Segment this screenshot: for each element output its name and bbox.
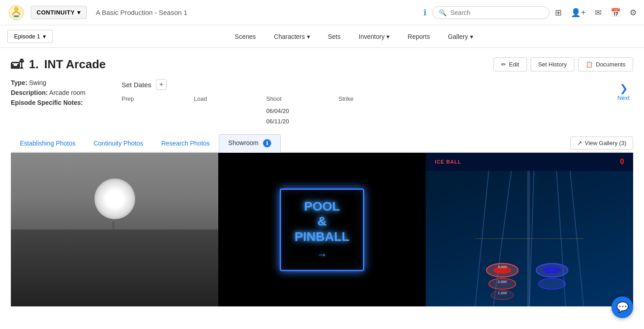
strike-header: Strike xyxy=(338,95,411,102)
svg-rect-26 xyxy=(113,222,114,256)
svg-point-24 xyxy=(61,247,63,249)
neon-arrow-icon: → xyxy=(295,248,349,261)
svg-point-17 xyxy=(95,230,97,231)
strike-column: Strike xyxy=(338,95,411,127)
svg-point-12 xyxy=(52,230,54,231)
tab-research-photos[interactable]: Research Photos xyxy=(152,135,219,152)
scene-header: 🛋 1. INT Arcade ✏ Edit Set History 📋 Doc… xyxy=(11,57,633,72)
episode-dropdown-button[interactable]: Episode 1 ▾ xyxy=(7,30,53,43)
set-dates-section: Set Dates + Prep Load Shoot 06/04/20 06/… xyxy=(122,79,578,127)
add-date-button[interactable]: + xyxy=(156,79,167,90)
svg-point-20 xyxy=(69,238,71,240)
next-label: Next xyxy=(617,94,630,101)
nav-link-inventory[interactable]: Inventory ▾ xyxy=(359,33,390,40)
nav-link-reports[interactable]: Reports xyxy=(408,33,430,40)
svg-point-13 xyxy=(61,230,63,231)
next-button[interactable]: ❯ Next xyxy=(614,79,633,105)
gallery-dropdown-icon: ▾ xyxy=(470,33,473,40)
svg-point-9 xyxy=(133,284,151,291)
main-content: 🛋 1. INT Arcade ✏ Edit Set History 📋 Doc… xyxy=(0,48,644,315)
view-gallery-button[interactable]: ↗ View Gallery (3) xyxy=(570,136,633,150)
tab-continuity-photos[interactable]: Continuity Photos xyxy=(85,135,152,152)
svg-point-14 xyxy=(69,230,71,231)
episode-label: Episode 1 xyxy=(14,33,40,40)
photo-tabs: Establishing Photos Continuity Photos Re… xyxy=(11,134,570,152)
neon-text: POOL&PINBALL xyxy=(295,199,349,244)
sub-nav-links: Scenes Characters ▾ Sets Inventory ▾ Rep… xyxy=(71,33,637,40)
set-history-button[interactable]: Set History xyxy=(531,57,575,71)
tab-establishing-photos[interactable]: Establishing Photos xyxy=(11,135,85,152)
tab-showroom[interactable]: Showroom ℹ xyxy=(219,134,281,153)
svg-point-19 xyxy=(61,238,63,240)
chat-icon: 💬 xyxy=(616,301,629,313)
photo-item-arcade[interactable]: ICE BALL 0 3,000 2,000 1,000 xyxy=(426,153,633,306)
edit-button[interactable]: ✏ Edit xyxy=(494,57,526,71)
scene-info-row: Type: Swing Description: Arcade room Epi… xyxy=(11,79,633,127)
svg-point-41 xyxy=(543,267,561,274)
notes-label: Episode Specific Notes: xyxy=(11,99,83,106)
load-header: Load xyxy=(194,95,266,102)
svg-point-8 xyxy=(81,305,93,307)
prep-column: Prep xyxy=(122,95,194,127)
type-label: Type: xyxy=(11,79,27,86)
svg-rect-7 xyxy=(86,290,88,306)
arcade-game-name: ICE BALL xyxy=(435,159,461,164)
bar-scene-svg xyxy=(11,222,218,306)
set-dates-title: Set Dates xyxy=(122,81,151,89)
top-navigation: CONTINUITY ▾ A Basic Production - Season… xyxy=(0,0,644,25)
episode-dropdown-arrow-icon: ▾ xyxy=(43,33,46,40)
chat-button[interactable]: 💬 xyxy=(611,296,633,315)
svg-rect-5 xyxy=(160,259,163,306)
documents-button[interactable]: 📋 Documents xyxy=(578,57,633,71)
set-dates-header: Set Dates + xyxy=(122,79,578,90)
nav-link-characters[interactable]: Characters ▾ xyxy=(274,33,310,40)
shoot-column: Shoot 06/04/20 06/11/20 xyxy=(266,95,338,127)
tabs-row: Establishing Photos Continuity Photos Re… xyxy=(11,134,633,153)
set-dates-table: Prep Load Shoot 06/04/20 06/11/20 Strike xyxy=(122,95,578,127)
shoot-header: Shoot xyxy=(266,95,338,102)
photo-item-bar[interactable] xyxy=(11,153,218,306)
svg-rect-3 xyxy=(53,256,176,259)
shoot-date-1: 06/04/20 xyxy=(266,106,338,116)
arcade-score: 0 xyxy=(620,158,624,166)
edit-pencil-icon: ✏ xyxy=(501,61,506,68)
production-title: A Basic Production - Season 1 xyxy=(92,9,418,16)
search-icon: 🔍 xyxy=(439,9,447,16)
add-user-icon[interactable]: 👤+ xyxy=(571,8,586,18)
view-gallery-label: View Gallery (3) xyxy=(585,140,626,146)
svg-text:3,000: 3,000 xyxy=(498,265,508,269)
nav-link-gallery[interactable]: Gallery ▾ xyxy=(448,33,473,40)
scene-name: INT Arcade xyxy=(44,57,106,71)
grid-view-icon[interactable]: ⊞ xyxy=(555,8,562,18)
search-input[interactable] xyxy=(450,9,543,16)
scene-set-icon: 🛋 xyxy=(11,57,24,72)
neon-sign-decoration: POOL&PINBALL → xyxy=(280,188,364,271)
continuity-label: CONTINUITY xyxy=(37,9,75,16)
svg-text:1,000: 1,000 xyxy=(498,291,508,295)
photos-grid: POOL&PINBALL → ICE BALL 0 3,000 xyxy=(11,153,633,306)
svg-point-15 xyxy=(78,230,80,231)
nav-link-sets[interactable]: Sets xyxy=(328,33,341,40)
mail-icon[interactable]: ✉ xyxy=(595,8,602,18)
scene-number: 1. xyxy=(29,57,39,71)
scene-metadata: Type: Swing Description: Arcade room Epi… xyxy=(11,79,85,109)
showroom-info-icon: ℹ xyxy=(263,139,271,147)
info-icon[interactable]: ℹ xyxy=(423,8,427,18)
app-logo xyxy=(7,4,25,22)
shoot-date-2: 06/11/20 xyxy=(266,116,338,127)
settings-icon[interactable]: ⚙ xyxy=(630,8,637,18)
view-gallery-arrow-icon: ↗ xyxy=(577,140,582,146)
inventory-dropdown-icon: ▾ xyxy=(386,33,390,40)
arcade-lanes-svg: 3,000 2,000 1,000 xyxy=(426,171,633,306)
sub-navigation: Episode 1 ▾ Scenes Characters ▾ Sets Inv… xyxy=(0,25,644,48)
photo-item-neon[interactable]: POOL&PINBALL → xyxy=(218,153,426,306)
type-value: Swing xyxy=(29,79,46,86)
load-column: Load xyxy=(194,95,266,127)
dropdown-arrow-icon: ▾ xyxy=(77,9,81,16)
scene-title-group: 🛋 1. INT Arcade xyxy=(11,57,106,72)
next-chevron-icon: ❯ xyxy=(620,83,628,94)
continuity-dropdown-button[interactable]: CONTINUITY ▾ xyxy=(31,6,87,19)
nav-link-scenes[interactable]: Scenes xyxy=(235,33,256,40)
calendar-icon[interactable]: 📅 xyxy=(611,8,620,18)
spotlight-decoration xyxy=(94,179,135,219)
